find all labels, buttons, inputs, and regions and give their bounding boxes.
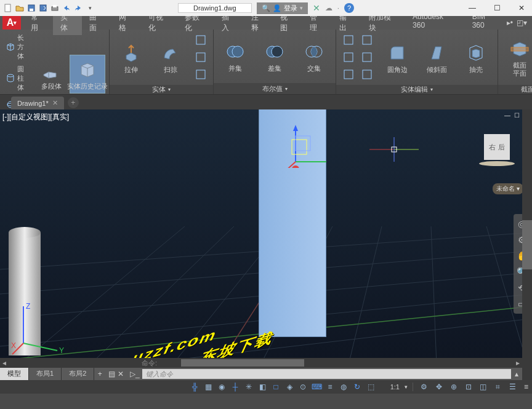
maximize-button[interactable]: ☐ <box>489 2 505 14</box>
title-search-box[interactable]: 🔍 👤 登录 ▾ <box>257 2 308 14</box>
named-view-pill[interactable]: 未命名 ▾ <box>493 183 523 194</box>
horizontal-scrollbar[interactable]: ◂ ▸ <box>0 358 522 368</box>
login-label[interactable]: 登录 <box>284 4 297 13</box>
annoscale-icon[interactable]: ✥ <box>433 381 445 392</box>
ribbon-button-large[interactable]: 扫掠 <box>153 39 188 76</box>
isolate-icon[interactable]: ◫ <box>477 381 490 392</box>
ribbon-button[interactable]: 长方体 <box>4 32 33 62</box>
panel-title: 实体编辑▾ <box>336 85 498 94</box>
qat-save-icon[interactable] <box>26 2 37 14</box>
command-line[interactable]: ▤ ✕ ▷_ 键入命令 ▴ <box>105 368 522 380</box>
viewcube-face-label[interactable]: 右 后 <box>484 134 510 160</box>
dyn-icon[interactable]: ⌨ <box>310 381 323 392</box>
move-gizmo[interactable] <box>283 125 326 168</box>
ribbon-button-large[interactable]: 截面 平面 <box>502 34 532 80</box>
command-input[interactable]: 键入命令 <box>142 369 511 379</box>
ribbon-button-large[interactable]: 拉伸 <box>113 39 149 76</box>
ribbon-collapse-icon[interactable]: ◰▾ <box>517 18 527 27</box>
status-customize-icon[interactable]: ≡ <box>524 383 528 391</box>
ribbon-button-large[interactable]: 实体历史记录 <box>70 55 105 93</box>
grid-icon[interactable]: ▦ <box>202 381 214 392</box>
ribbon-overflow-icon[interactable]: ▸• <box>507 18 513 27</box>
search-binoculars-icon: 🔍 <box>262 4 270 12</box>
vp-maximize-icon[interactable]: ☐ <box>514 112 520 119</box>
shell-icon <box>464 41 488 65</box>
minimize-button[interactable]: — <box>464 2 480 14</box>
edit-tool-icon[interactable] <box>358 49 376 65</box>
cursor-crosshair <box>369 137 419 162</box>
qat-redo-icon[interactable] <box>73 2 84 14</box>
svg-point-52 <box>292 165 299 168</box>
ribbon-button[interactable]: 圆柱体 <box>4 63 33 93</box>
viewcube[interactable]: 右 后 <box>479 134 515 170</box>
ribbon-panel: 圆角边倾斜面抽壳实体编辑▾ <box>336 30 498 94</box>
extra-tool-icon[interactable] <box>192 66 209 82</box>
iso-icon[interactable]: ◧ <box>256 381 268 392</box>
vp-minimize-icon[interactable]: — <box>504 112 510 119</box>
viewport-3d[interactable]: [-][自定义视图][真实] — ☐ ✕ uzzf.com 东坡下载 Z Y X… <box>0 109 532 380</box>
edit-tool-icon[interactable] <box>358 32 376 48</box>
ribbon-button-large[interactable]: 交集 <box>296 38 332 75</box>
ortho-icon[interactable]: ┼ <box>229 381 241 392</box>
layout-tab[interactable]: 布局2 <box>62 368 94 380</box>
workspace-icon[interactable]: ⚙ <box>418 381 430 392</box>
exchange-icon[interactable]: ✕ <box>313 3 320 13</box>
cmd-recent-icon[interactable]: ▴ <box>511 370 522 378</box>
a360-icon[interactable]: ☁ <box>325 4 332 12</box>
lwt-icon[interactable]: ≡ <box>324 381 336 392</box>
svg-rect-9 <box>196 36 205 44</box>
ribbon-button-large[interactable]: 抽壳 <box>458 39 494 76</box>
qat-new-icon[interactable] <box>2 2 14 14</box>
ribbon-button-large[interactable]: 差集 <box>257 38 292 75</box>
ann-vis-icon[interactable]: ⊕ <box>448 381 460 392</box>
extrude-icon <box>119 41 143 65</box>
otrack-icon[interactable]: ⊙ <box>297 381 309 392</box>
layout-tab[interactable]: 布局1 <box>29 368 62 380</box>
ribbon-button-large[interactable]: 多段体 <box>37 55 66 93</box>
trans-icon[interactable]: ◍ <box>337 381 350 392</box>
qat-more-icon[interactable]: ▾ <box>84 2 95 14</box>
close-button[interactable]: ✕ <box>514 2 530 14</box>
snap-icon[interactable]: ◉ <box>216 381 228 392</box>
extra-tool-icon[interactable] <box>192 32 209 48</box>
edit-tool-icon[interactable] <box>340 66 357 82</box>
3dosnap-icon[interactable]: ◈ <box>283 381 296 392</box>
qat-saveas-icon[interactable] <box>38 2 49 14</box>
layout-tab[interactable]: 模型 <box>0 368 29 380</box>
vertical-scrollbar[interactable] <box>522 109 532 380</box>
qat-open-icon[interactable] <box>14 2 25 14</box>
ucs-icon[interactable]: Z Y X <box>11 300 66 355</box>
svg-rect-0 <box>5 4 10 12</box>
svg-text:Z: Z <box>26 302 30 311</box>
new-file-tab-button[interactable]: + <box>68 97 79 108</box>
hw-icon[interactable]: ⊡ <box>462 381 475 392</box>
edit-tool-icon[interactable] <box>340 49 357 65</box>
ribbon-button-large[interactable]: 并集 <box>217 38 253 75</box>
cmd-menu-icon[interactable]: ▤ <box>108 370 115 378</box>
cycle-icon[interactable]: ↻ <box>351 381 363 392</box>
3dsnap-icon[interactable]: ⬚ <box>365 381 377 392</box>
ribbon-button-large[interactable]: 倾斜面 <box>419 39 454 76</box>
help-icon[interactable]: ? <box>344 3 354 13</box>
ribbon-panel: 并集差集交集布尔值▾ <box>214 30 336 94</box>
scale-dropdown-icon[interactable]: ▾ <box>405 384 408 390</box>
model-icon[interactable]: ╬ <box>188 381 201 392</box>
file-tab[interactable]: Drawing1* ✕ <box>11 97 64 109</box>
cmd-close-icon[interactable]: ✕ <box>118 370 124 378</box>
edit-tool-icon[interactable] <box>358 66 376 82</box>
qat-plot-icon[interactable] <box>49 2 60 14</box>
viewport-label[interactable]: [-][自定义视图][真实] <box>2 112 69 122</box>
clean-icon[interactable]: ⌗ <box>492 381 504 392</box>
layout-add-button[interactable]: + <box>94 368 105 380</box>
custom-icon[interactable]: ☰ <box>507 381 519 392</box>
svg-rect-21 <box>363 53 371 62</box>
app-logo-icon[interactable]: A▾ <box>2 16 21 30</box>
file-tab-close-icon[interactable]: ✕ <box>52 99 58 107</box>
edit-tool-icon[interactable] <box>340 32 357 48</box>
extra-tool-icon[interactable] <box>192 49 209 65</box>
scale-display[interactable]: 1:1 <box>390 383 400 391</box>
qat-undo-icon[interactable] <box>61 2 72 14</box>
ribbon-button-large[interactable]: 圆角边 <box>379 39 415 76</box>
polar-icon[interactable]: ✳ <box>243 381 255 392</box>
osnap-icon[interactable]: □ <box>270 381 282 392</box>
